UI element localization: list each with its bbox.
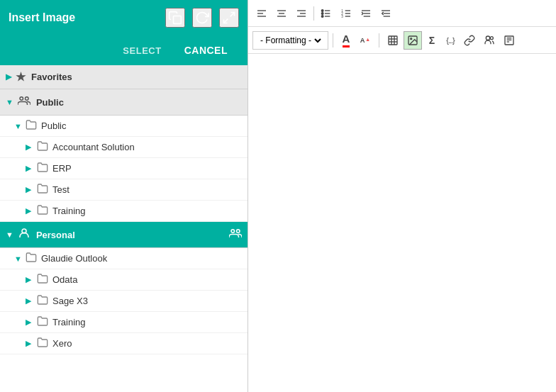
test-label: Test: [52, 184, 70, 195]
training-personal-label: Training: [52, 317, 85, 327]
custom-code-button[interactable]: {...}: [442, 31, 459, 50]
align-left-button[interactable]: [252, 4, 271, 23]
xero-item[interactable]: ▶ Xero: [0, 333, 248, 354]
public-arrow: ▼: [6, 98, 13, 106]
tree-container: ▶ ★ Favorites ▼ Public ▼ Public: [0, 65, 248, 392]
left-panel: Insert Image SELECT CANCEL ▶ ★ Favorites: [0, 0, 248, 392]
select-button[interactable]: SELECT: [111, 43, 172, 59]
glaudie-item[interactable]: ▼ Glaudie Outlook: [0, 248, 248, 269]
highlight-button[interactable]: A▲: [356, 31, 374, 50]
svg-text:▲: ▲: [365, 36, 370, 43]
public-icon: [18, 94, 30, 110]
glaudie-label: Glaudie Outlook: [41, 253, 107, 264]
accountant-label: Accountant Solution: [52, 142, 135, 152]
outdent-button[interactable]: [377, 4, 395, 23]
svg-point-21: [321, 12, 323, 14]
svg-point-7: [231, 230, 235, 233]
indent-button[interactable]: [357, 4, 375, 23]
svg-text:3: 3: [341, 15, 343, 18]
public-label: Public: [36, 97, 64, 108]
accountant-folder-icon: [37, 140, 48, 154]
svg-text:A: A: [360, 36, 365, 43]
toolbar-divider-3: [379, 33, 379, 47]
manage-users-icon: [229, 227, 242, 242]
training-personal-item[interactable]: ▶ Training: [0, 312, 248, 333]
insert-link-button[interactable]: [460, 31, 479, 50]
training-personal-arrow: ▶: [26, 318, 34, 327]
public-root-label: Public: [41, 121, 66, 131]
svg-point-44: [486, 36, 489, 40]
public-root-arrow: ▼: [14, 122, 23, 130]
svg-point-4: [20, 97, 23, 101]
training-public-folder-icon: [37, 204, 48, 218]
formula-button[interactable]: Σ: [423, 31, 440, 50]
favorites-arrow: ▶: [6, 72, 11, 82]
insert-report-button[interactable]: [500, 31, 518, 50]
xero-label: Xero: [52, 338, 72, 349]
svg-rect-0: [174, 16, 182, 24]
align-right-button[interactable]: [292, 4, 311, 23]
accountant-item[interactable]: ▶ Accountant Solution: [0, 137, 248, 158]
align-center-button[interactable]: [272, 4, 291, 23]
glaudie-arrow: ▼: [14, 254, 23, 263]
personal-icon: [18, 227, 30, 242]
test-folder-icon: [37, 183, 48, 196]
sagex3-folder-icon: [37, 294, 48, 308]
accountant-arrow: ▶: [26, 142, 34, 152]
personal-section-header[interactable]: ▼ Personal: [0, 222, 248, 248]
sagex3-item[interactable]: ▶ Sage X3: [0, 291, 248, 312]
toolbar-second: - Formatting - A A▲ Σ {...: [248, 27, 556, 54]
expand-icon-button[interactable]: [219, 8, 239, 28]
odata-item[interactable]: ▶ Odata: [0, 269, 248, 291]
public-root-folder-icon: [26, 119, 37, 133]
svg-point-20: [321, 9, 323, 11]
odata-label: Odata: [52, 274, 77, 285]
favorites-section-header[interactable]: ▶ ★ Favorites: [0, 65, 248, 89]
svg-point-22: [321, 15, 323, 17]
sagex3-label: Sage X3: [52, 296, 88, 306]
action-bar: SELECT CANCEL: [0, 35, 248, 65]
unordered-list-button[interactable]: [317, 4, 335, 23]
svg-line-2: [224, 19, 228, 23]
public-section-header[interactable]: ▼ Public: [0, 89, 248, 116]
svg-point-3: [25, 97, 28, 101]
font-color-label: A: [343, 33, 350, 47]
content-area[interactable]: [248, 54, 556, 392]
erp-item[interactable]: ▶ ERP: [0, 158, 248, 179]
test-item[interactable]: ▶ Test: [0, 179, 248, 201]
formatting-dropdown[interactable]: - Formatting -: [252, 31, 328, 50]
favorites-icon: ★: [16, 70, 26, 84]
insert-image-button[interactable]: [404, 31, 422, 50]
erp-label: ERP: [52, 163, 72, 174]
personal-arrow: ▼: [6, 230, 13, 239]
cancel-button[interactable]: CANCEL: [173, 42, 239, 59]
toolbar-divider-2: [333, 33, 333, 47]
font-color-button[interactable]: A: [338, 31, 355, 50]
insert-table-button[interactable]: [384, 31, 402, 50]
test-arrow: ▶: [26, 185, 34, 194]
insert-image-header: Insert Image: [0, 0, 248, 35]
toolbar-top: 123: [248, 0, 556, 27]
training-public-label: Training: [52, 206, 85, 216]
sagex3-arrow: ▶: [26, 296, 34, 306]
svg-rect-37: [389, 36, 397, 45]
erp-arrow: ▶: [26, 164, 34, 173]
insert-people-button[interactable]: [480, 31, 499, 50]
formatting-select[interactable]: - Formatting -: [257, 35, 323, 46]
refresh-icon-button[interactable]: [192, 8, 212, 28]
erp-folder-icon: [37, 162, 48, 175]
toolbar-divider-1: [313, 6, 314, 21]
svg-point-45: [490, 36, 493, 39]
copy-icon-button[interactable]: [165, 8, 185, 28]
public-root-item[interactable]: ▼ Public: [0, 116, 248, 137]
odata-arrow: ▶: [26, 275, 34, 284]
xero-arrow: ▶: [26, 339, 34, 348]
training-public-item[interactable]: ▶ Training: [0, 201, 248, 222]
glaudie-folder-icon: [26, 252, 37, 265]
xero-folder-icon: [37, 337, 48, 350]
svg-point-43: [411, 38, 412, 39]
favorites-label: Favorites: [31, 72, 72, 82]
ordered-list-button[interactable]: 123: [337, 4, 355, 23]
dialog-title: Insert Image: [9, 11, 158, 24]
training-personal-folder-icon: [37, 315, 48, 329]
